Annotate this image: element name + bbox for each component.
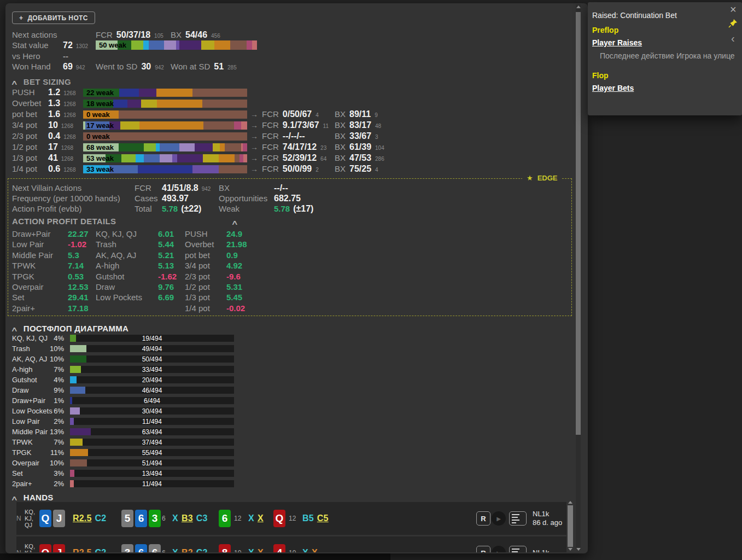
fcr-count: 4 — [316, 112, 319, 118]
edge-badge-label: EDGE — [537, 174, 558, 182]
profit-detail-value: 5.44 — [158, 240, 174, 249]
went-sd-value: 30 — [141, 62, 151, 72]
hands-scroll-up-icon[interactable] — [568, 501, 572, 504]
edge-row-label: Frequency (per 10000 hands) — [12, 194, 120, 203]
stake-lines: NL1k — [533, 549, 549, 552]
hand-history-button[interactable] — [509, 511, 527, 526]
edge-badge: ★ EDGE — [522, 174, 562, 182]
turn-pot-number: 10 — [234, 549, 241, 552]
flop-card: 6 — [135, 510, 147, 527]
edge-value: 493.97 — [162, 194, 189, 203]
profit-detail-value: 5.31 — [226, 282, 242, 291]
profit-detail-value: 5.3 — [68, 250, 79, 260]
bar-segment-middlepair — [139, 89, 156, 97]
bar-segment-gutshot — [143, 40, 149, 50]
profit-detail-label: Trash — [96, 240, 155, 249]
replay-button[interactable]: R — [476, 511, 490, 526]
popup-link-player-raises[interactable]: Player Raises — [592, 38, 735, 47]
diagram-row-label: Low Pair — [12, 417, 40, 425]
close-icon[interactable]: × — [730, 3, 737, 16]
action-x: X — [172, 514, 178, 523]
bar-segment-middlepair — [127, 100, 141, 108]
notes-button-group — [509, 511, 527, 526]
diagram-count: 13/494 — [70, 470, 234, 477]
hand-row[interactable]: NKQ,KJ,QJQJR2.5C25636XB3C3612XXQ12B5C5R▶… — [16, 502, 566, 535]
panel-scroll-up-icon[interactable] — [576, 5, 581, 8]
bet-size-name: 1/2 pot — [12, 142, 37, 151]
bar-segment-lowpockets — [179, 143, 195, 151]
add-note-button[interactable]: + ДОБАВИТЬ НОТС — [12, 11, 95, 24]
action-profit-collapse-icon[interactable]: ∧ — [231, 219, 238, 226]
profit-detail-label: 2/3 pot — [185, 272, 223, 281]
action-group: XX — [248, 548, 264, 552]
profit-detail-row: Overpair12.53 — [12, 282, 89, 291]
stat-value-label: Stat value — [12, 40, 49, 50]
hole-card: Q — [39, 544, 51, 552]
hand-row[interactable]: NKQ,KJ,QJQJR2.5C23666XB2C2810XX410XXR▶NL… — [16, 536, 566, 552]
profit-detail-row: Low Pair-1.02 — [12, 240, 86, 249]
bar-segment-lowpockets — [160, 154, 172, 162]
action-b2: B2 — [182, 548, 193, 552]
plus-icon: + — [19, 14, 23, 22]
diagram-row-label: A-high — [12, 365, 33, 374]
flop-card: 3 — [121, 544, 133, 552]
won-hand-label: Won Hand — [12, 62, 51, 71]
popup-street-flop: Flop — [592, 71, 634, 80]
bar-segment-tpgk — [220, 143, 225, 151]
bx-label: BX — [335, 109, 346, 119]
profit-detail-row: Middle Pair5.3 — [12, 250, 79, 260]
diagram-percent: 10% — [46, 345, 64, 353]
fcr-count: 2 — [316, 167, 319, 173]
profit-detail-value: 6.69 — [158, 293, 174, 302]
hole-card: Q — [39, 510, 51, 527]
hand-history-button[interactable] — [509, 546, 527, 552]
bet-sizing-collapse-icon[interactable]: ∧ — [10, 79, 18, 86]
profit-detail-label: Draw — [96, 282, 155, 291]
next-actions-label: Next actions — [12, 30, 57, 39]
diagram-bar: 50/494 — [70, 355, 234, 363]
bar-segment-lowpair — [192, 165, 219, 173]
fcr-value: 50/37/18 — [116, 30, 150, 40]
diagram-percent: 9% — [46, 386, 64, 394]
bet-row-bx: BX33/673 — [335, 131, 378, 141]
profit-detail-row: PUSH24.9 — [185, 229, 242, 238]
play-button[interactable]: ▶ — [492, 546, 506, 552]
hands-scroll-down-icon[interactable] — [568, 548, 572, 551]
bet-row-value: 0.61268 — [48, 164, 76, 174]
action-group: XX — [248, 514, 264, 523]
fcr-value: 52/39/12 — [283, 153, 317, 163]
bet-bar-weak-label: 68 weak — [83, 143, 114, 151]
play-button[interactable]: ▶ — [492, 511, 506, 526]
bar-segment-overpair — [235, 154, 239, 162]
add-note-label: ДОБАВИТЬ НОТС — [27, 14, 88, 22]
profit-detail-row: 1/3 pot5.45 — [185, 293, 242, 302]
diagram-collapse-icon[interactable]: ∧ — [10, 325, 18, 333]
bet-row-fcr: →FCR50/0/992 — [250, 164, 319, 174]
replay-button[interactable]: R — [476, 546, 490, 552]
bet-size-value: 41 — [48, 153, 58, 163]
diagram-category: 2pair+ — [12, 480, 32, 488]
bet-row-value: 411268 — [48, 153, 73, 163]
panel-scrollbar-thumb[interactable] — [576, 12, 581, 435]
profit-detail-value: -9.6 — [226, 272, 241, 281]
diagram-row-label: Middle Pair — [12, 428, 48, 436]
action-group: R2.5C2 — [73, 514, 106, 523]
profit-detail-value: 0.53 — [68, 272, 84, 281]
diagram-category: TPGK — [12, 448, 31, 457]
bar-segment-overpair — [225, 143, 241, 151]
diagram-percent: 10% — [46, 355, 64, 363]
profit-detail-value: 29.41 — [68, 293, 89, 302]
popup-link-player-bets[interactable]: Player Bets — [592, 84, 634, 92]
fcr-count: 105 — [154, 33, 163, 39]
diagram-row-label: Draw+Pair — [12, 396, 45, 405]
profit-detail-value: -1.62 — [158, 272, 177, 281]
bar-segment-ahigh — [121, 154, 136, 162]
hands-list[interactable]: NKQ,KJ,QJQJR2.5C25636XB3C3612XXQ12B5C5R▶… — [16, 502, 566, 552]
bet-row-fcr: →FCR74/17/1223 — [250, 142, 326, 152]
hands-scrollbar-thumb[interactable] — [568, 505, 573, 547]
profit-detail-row: 1/4 pot-0.02 — [185, 304, 245, 313]
replay-button-group: R — [476, 511, 490, 526]
hands-collapse-icon[interactable]: ∧ — [10, 494, 18, 502]
action-r2.5: R2.5 — [73, 548, 92, 552]
panel-scroll-down-icon[interactable] — [576, 548, 581, 551]
